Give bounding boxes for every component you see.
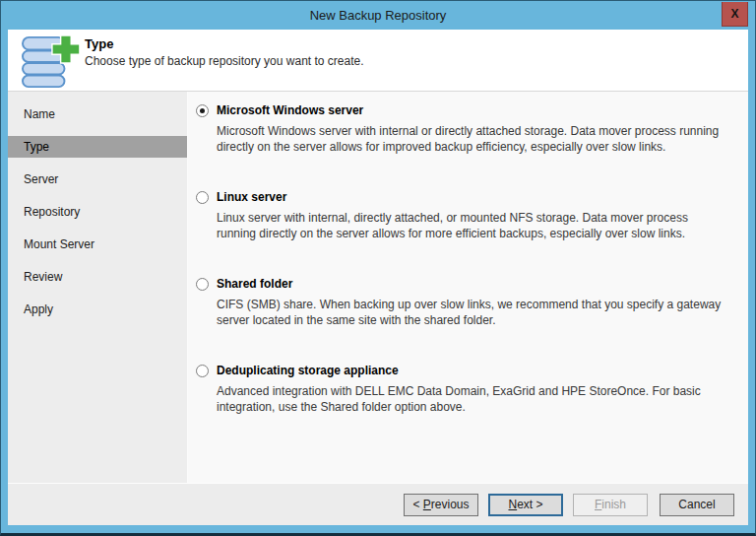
- next-button[interactable]: Next >: [488, 494, 563, 516]
- option-label[interactable]: Shared folder: [217, 277, 292, 291]
- sidebar-item-name[interactable]: Name: [8, 103, 187, 125]
- database-add-icon: [20, 34, 81, 90]
- page-title: Type: [85, 36, 364, 51]
- wizard-header: Type Choose type of backup repository yo…: [8, 30, 748, 92]
- radio-button-deduplicating-storage-appliance[interactable]: [196, 365, 209, 377]
- sidebar-item-repository[interactable]: Repository: [8, 201, 187, 223]
- cancel-button[interactable]: Cancel: [660, 494, 734, 516]
- repository-type-options: Microsoft Windows server Microsoft Windo…: [188, 92, 748, 483]
- radio-button-microsoft-windows-server[interactable]: [196, 104, 209, 117]
- titlebar: New Backup Repository X: [1, 1, 755, 30]
- finish-button[interactable]: Finish: [573, 494, 648, 516]
- page-description: Choose type of backup repository you wan…: [85, 54, 364, 68]
- sidebar-item-server[interactable]: Server: [8, 168, 187, 190]
- option-shared-folder[interactable]: Shared folder CIFS (SMB) share. When bac…: [196, 277, 728, 328]
- option-description: CIFS (SMB) share. When backing up over s…: [217, 297, 724, 328]
- option-linux-server[interactable]: Linux server Linux server with internal,…: [196, 190, 728, 241]
- window-title: New Backup Repository: [310, 8, 447, 23]
- option-description: Microsoft Windows server with internal o…: [217, 123, 724, 155]
- previous-button[interactable]: < Previous: [404, 494, 478, 516]
- option-label[interactable]: Microsoft Windows server: [217, 103, 363, 117]
- sidebar-item-apply[interactable]: Apply: [8, 299, 187, 320]
- radio-button-shared-folder[interactable]: [196, 278, 209, 291]
- sidebar-item-mount-server[interactable]: Mount Server: [8, 234, 187, 255]
- option-label[interactable]: Linux server: [217, 190, 286, 204]
- option-description: Advanced integration with DELL EMC Data …: [217, 383, 724, 415]
- sidebar-item-type[interactable]: Type: [8, 136, 187, 158]
- option-microsoft-windows-server[interactable]: Microsoft Windows server Microsoft Windo…: [196, 103, 728, 155]
- header-text: Type Choose type of backup repository yo…: [81, 34, 364, 68]
- sidebar-item-review[interactable]: Review: [8, 266, 187, 288]
- wizard-steps-sidebar: Name Type Server Repository Mount Server…: [8, 92, 188, 483]
- option-deduplicating-storage-appliance[interactable]: Deduplicating storage appliance Advanced…: [196, 364, 728, 415]
- close-icon: X: [730, 8, 738, 20]
- option-description: Linux server with internal, directly att…: [217, 210, 724, 241]
- option-label[interactable]: Deduplicating storage appliance: [217, 364, 399, 377]
- new-backup-repository-dialog: New Backup Repository X Type Ch: [0, 0, 756, 536]
- close-button[interactable]: X: [722, 2, 748, 27]
- wizard-button-bar: < Previous Next > Finish Cancel: [8, 483, 748, 525]
- dialog-body: Type Choose type of backup repository yo…: [8, 30, 748, 525]
- radio-button-linux-server[interactable]: [196, 191, 209, 204]
